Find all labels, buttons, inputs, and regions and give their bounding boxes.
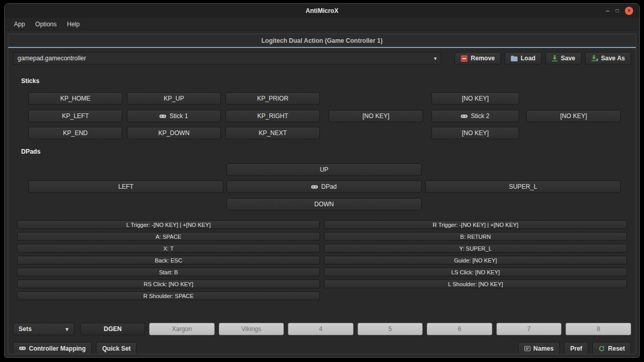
controller-mapping-button[interactable]: Controller Mapping [13,342,92,354]
ls-click-button[interactable]: LS Click: [NO KEY] [324,268,627,276]
reset-label: Reset [608,345,625,352]
set-tab-7[interactable]: 7 [496,323,562,335]
load-button[interactable]: Load [505,52,542,64]
save-as-button[interactable]: Save As [585,52,631,64]
chevron-down-icon: ▾ [66,326,69,333]
l-shoulder-button[interactable]: L Shoulder: [NO KEY] [324,279,627,288]
names-label: Names [534,345,554,352]
quick-set-button[interactable]: Quick Set [96,342,137,354]
maximize-button[interactable]: □ [616,7,619,15]
main-content: gamepad.gamecontroller ▾ Remove Load Sav… [8,48,636,354]
r-trigger-button[interactable]: R Trigger: -[NO KEY] | +[NO KEY] [324,220,627,229]
remove-label: Remove [471,55,495,62]
l-trigger-button[interactable]: L Trigger: -[NO KEY] | +[NO KEY] [17,220,320,229]
stick1-down-right-button[interactable]: KP_NEXT [226,127,320,139]
footer-right: Names Pref Reset [518,342,631,354]
set-tab-xargon[interactable]: Xargon [149,323,215,335]
titlebar[interactable]: AntiMicroX – □ × [5,4,639,18]
stick1-down-button[interactable]: KP_DOWN [127,127,221,139]
stick2-right-button[interactable]: [NO KEY] [526,110,621,122]
controller-mapping-label: Controller Mapping [29,345,86,352]
reset-button[interactable]: Reset [592,342,631,354]
a-button[interactable]: A: SPACE [17,232,320,241]
dpad-center-button[interactable]: DPad [227,180,422,193]
stick1-center-button[interactable]: Stick 1 [127,110,221,122]
close-button[interactable]: × [625,7,633,15]
start-button[interactable]: Start: B [17,268,320,276]
menu-help[interactable]: Help [62,18,85,30]
dpads-heading: DPads [21,148,636,155]
y-button[interactable]: Y: SUPER_L [324,244,627,253]
set-tab-4[interactable]: 4 [288,323,353,335]
r-shoulder-button[interactable]: R Shoulder: SPACE [17,291,320,300]
chevron-down-icon: ▾ [434,55,437,62]
rs-click-button[interactable]: RS Click: [NO KEY] [17,279,320,288]
menu-app[interactable]: App [9,18,30,30]
tag-icon [524,346,530,351]
app-window: AntiMicroX – □ × App Options Help Logite… [4,3,640,358]
dpad-area: UP LEFT DPad SUPER_L DOWN [8,163,636,210]
sets-row: Sets ▾ DGEN Xargon Vikings 4 5 6 7 8 [13,323,631,335]
mapping-column-left: L Trigger: -[NO KEY] | +[NO KEY] A: SPAC… [17,220,320,303]
stick2-label: Stick 2 [471,112,489,120]
stick2-center-button[interactable]: Stick 2 [431,110,519,122]
set-tab-vikings[interactable]: Vikings [219,323,284,335]
set-tab-6[interactable]: 6 [427,323,492,335]
tab-controller[interactable]: Logitech Dual Action (Game Controller 1) [8,34,636,48]
button-mapping-list: L Trigger: -[NO KEY] | +[NO KEY] A: SPAC… [17,220,627,303]
save-button[interactable]: Save [545,52,582,64]
stick2-down-button[interactable]: [NO KEY] [431,127,519,139]
profile-value: gamepad.gamecontroller [18,55,86,62]
load-label: Load [521,55,536,62]
dpad-left-button[interactable]: LEFT [28,180,223,193]
pref-button[interactable]: Pref [564,342,588,354]
stick2-up-button[interactable]: [NO KEY] [431,92,519,105]
guide-button[interactable]: Guide: [NO KEY] [324,256,627,265]
names-button[interactable]: Names [518,342,560,354]
gamepad-icon [461,114,468,119]
controller-frame: Logitech Dual Action (Game Controller 1)… [8,34,636,354]
save-icon [552,55,558,61]
dpad-label: DPad [321,183,336,190]
profile-toolbar: Remove Load Save Save As [455,52,631,64]
sets-dropdown-label: Sets [19,325,31,333]
save-label: Save [561,55,575,62]
remove-button[interactable]: Remove [455,52,501,64]
minimize-button[interactable]: – [606,7,609,15]
mapping-column-right: R Trigger: -[NO KEY] | +[NO KEY] B: RETU… [324,220,627,303]
dpad-right-button[interactable]: SUPER_L [425,180,621,193]
remove-icon [461,55,468,62]
stick1-up-right-button[interactable]: KP_PRIOR [226,92,320,105]
menubar: App Options Help [5,18,639,30]
middle-nokey-button[interactable]: [NO KEY] [329,110,423,122]
sets-dropdown[interactable]: Sets ▾ [13,323,74,335]
dpad-down-button[interactable]: DOWN [227,198,422,210]
set-tab-5[interactable]: 5 [358,323,423,335]
set-tab-dgen[interactable]: DGEN [81,323,146,335]
back-button[interactable]: Back: ESC [17,256,320,265]
profile-combobox[interactable]: gamepad.gamecontroller ▾ [13,52,441,64]
gamepad-icon [311,185,318,189]
footer-left: Controller Mapping Quick Set [13,342,137,354]
sticks-area: KP_HOME KP_UP KP_PRIOR [NO KEY] KP_LEFT … [8,92,636,139]
folder-icon [511,56,518,61]
save-as-icon [591,55,598,61]
gamepad-icon [19,346,26,351]
window-title: AntiMicroX [5,7,639,14]
dpad-up-button[interactable]: UP [227,163,422,176]
menu-options[interactable]: Options [30,18,61,30]
window-controls: – □ × [606,7,633,15]
stick1-right-button[interactable]: KP_RIGHT [226,110,320,122]
stick1-down-left-button[interactable]: KP_END [28,127,122,139]
set-tab-8[interactable]: 8 [566,323,631,335]
sticks-heading: Sticks [21,77,636,85]
footer-row: Controller Mapping Quick Set Names Pref … [13,342,631,354]
save-as-label: Save As [601,55,625,62]
reset-icon [599,345,605,352]
b-button[interactable]: B: RETURN [324,232,627,241]
stick1-left-button[interactable]: KP_LEFT [28,110,122,122]
stick1-up-left-button[interactable]: KP_HOME [28,92,122,105]
x-button[interactable]: X: T [17,244,320,253]
profile-row: gamepad.gamecontroller ▾ Remove Load Sav… [13,52,631,64]
stick1-up-button[interactable]: KP_UP [127,92,221,105]
